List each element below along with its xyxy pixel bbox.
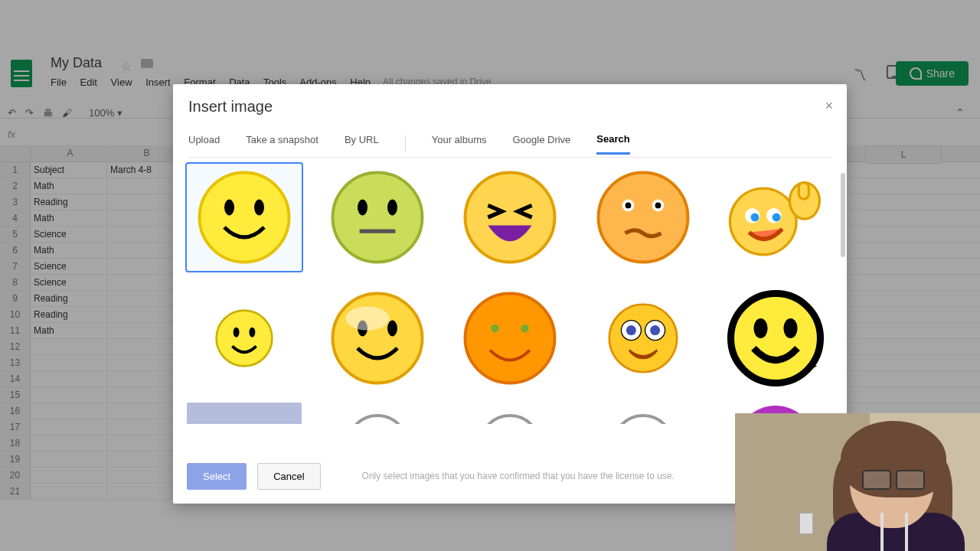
mouse-cursor-icon: ➤: [808, 360, 818, 372]
svg-point-4: [358, 200, 368, 216]
svg-point-36: [754, 318, 768, 338]
svg-point-0: [200, 173, 289, 262]
svg-point-20: [217, 311, 273, 367]
cancel-button[interactable]: Cancel: [257, 463, 320, 490]
image-result[interactable]: [718, 285, 833, 392]
svg-point-29: [521, 324, 528, 332]
svg-point-3: [332, 173, 422, 262]
svg-point-37: [784, 318, 798, 338]
tab-snapshot[interactable]: Take a snapshot: [246, 134, 318, 153]
tab-drive[interactable]: Google Drive: [512, 134, 570, 153]
svg-point-34: [650, 325, 660, 335]
modal-title: Insert image: [188, 98, 273, 116]
svg-point-26: [345, 306, 389, 330]
svg-point-28: [491, 324, 498, 332]
svg-point-7: [466, 173, 555, 262]
select-button[interactable]: Select: [187, 463, 247, 490]
image-result[interactable]: [187, 285, 302, 392]
svg-point-17: [773, 214, 781, 222]
tab-divider: [405, 135, 406, 152]
image-result[interactable]: [586, 164, 701, 271]
svg-point-21: [234, 328, 240, 337]
image-result[interactable]: [452, 164, 567, 271]
image-result[interactable]: [586, 285, 701, 392]
image-result[interactable]: [452, 285, 567, 392]
svg-point-13: [730, 188, 797, 255]
svg-point-1: [224, 200, 234, 216]
modal-tabs: Upload Take a snapshot By URL Your album…: [188, 130, 831, 158]
svg-point-30: [609, 305, 677, 372]
image-result-partial[interactable]: [452, 403, 567, 424]
image-results-grid: [184, 161, 841, 442]
svg-point-32: [626, 325, 636, 335]
svg-point-15: [751, 214, 760, 222]
tab-albums[interactable]: Your albums: [432, 134, 487, 153]
svg-point-8: [598, 173, 688, 262]
image-result-partial[interactable]: [187, 403, 302, 424]
image-result[interactable]: [320, 285, 435, 392]
close-icon[interactable]: ×: [825, 98, 833, 114]
svg-point-10: [625, 203, 631, 209]
image-result[interactable]: [718, 164, 833, 271]
scrollbar-thumb[interactable]: [841, 173, 845, 257]
image-result-partial[interactable]: [586, 403, 701, 424]
license-notice: Only select images that you have confirm…: [362, 471, 675, 481]
image-result[interactable]: [320, 164, 435, 271]
svg-rect-19: [799, 183, 809, 200]
svg-point-12: [655, 203, 661, 209]
svg-point-5: [387, 200, 397, 216]
svg-point-27: [466, 294, 555, 383]
tab-upload[interactable]: Upload: [188, 134, 220, 153]
image-result-partial[interactable]: [320, 403, 435, 424]
webcam-overlay: [735, 413, 980, 551]
svg-point-22: [250, 328, 256, 337]
svg-point-25: [387, 321, 397, 337]
svg-point-23: [332, 294, 422, 383]
tab-byurl[interactable]: By URL: [345, 134, 379, 153]
svg-point-35: [731, 294, 821, 383]
svg-point-2: [254, 200, 264, 216]
tab-search[interactable]: Search: [596, 133, 629, 155]
image-result[interactable]: [187, 164, 302, 271]
